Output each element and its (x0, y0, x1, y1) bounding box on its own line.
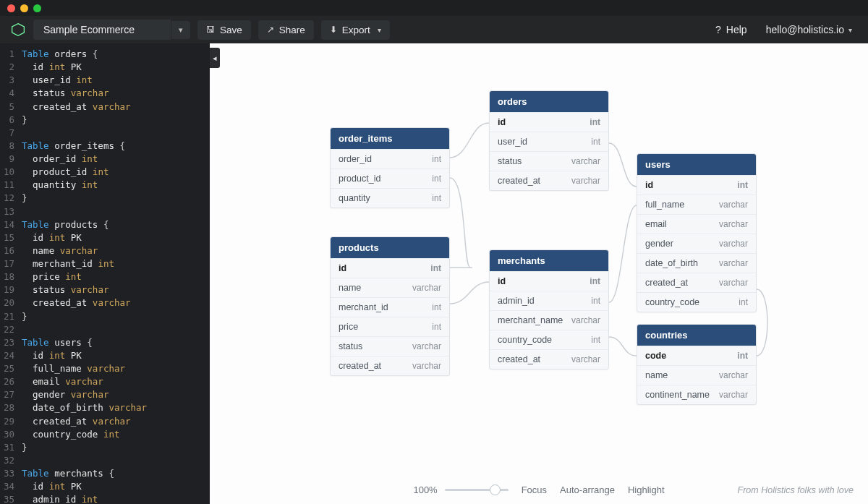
table-column[interactable]: continent_namevarchar (637, 385, 756, 404)
table-column[interactable]: order_idint (331, 149, 449, 168)
table-column[interactable]: created_atvarchar (637, 273, 756, 292)
code-line[interactable]: 11 quantity int (3, 179, 204, 192)
code-line[interactable]: 22 (3, 323, 204, 336)
chevron-down-icon[interactable]: ▾ (171, 21, 190, 39)
maximize-window-icon[interactable] (33, 4, 41, 12)
table-column[interactable]: statusvarchar (331, 336, 449, 356)
code-line[interactable]: 24 id int PK (3, 349, 204, 362)
code-line[interactable]: 23Table users { (3, 336, 204, 349)
code-editor[interactable]: 1Table orders {2 id int PK3 user_id int4… (0, 43, 210, 504)
table-countries[interactable]: countriescodeintnamevarcharcontinent_nam… (637, 324, 757, 405)
code-line[interactable]: 30 country_code int (3, 428, 204, 441)
table-users[interactable]: usersidintfull_namevarcharemailvarcharge… (637, 153, 757, 312)
collapse-editor-button[interactable]: ◂ (210, 48, 220, 68)
table-column[interactable]: idint (637, 175, 756, 195)
table-column[interactable]: created_atvarchar (490, 171, 608, 190)
table-column[interactable]: user_idint (490, 132, 608, 151)
table-column[interactable]: date_of_birthvarchar (637, 253, 756, 273)
minimize-window-icon[interactable] (20, 4, 28, 12)
table-header[interactable]: order_items (331, 128, 449, 149)
code-line[interactable]: 8Table order_items { (3, 140, 204, 153)
code-line[interactable]: 7 (3, 127, 204, 140)
code-line[interactable]: 27 gender varchar (3, 388, 204, 401)
table-column[interactable]: namevarchar (331, 278, 449, 297)
code-line[interactable]: 34 id int PK (3, 480, 204, 493)
table-column[interactable]: merchant_namevarchar (490, 310, 608, 330)
table-column[interactable]: admin_idint (490, 291, 608, 310)
close-window-icon[interactable] (7, 4, 15, 12)
table-column[interactable]: full_namevarchar (637, 195, 756, 214)
code-line[interactable]: 13 (3, 205, 204, 218)
table-column[interactable]: idint (490, 271, 608, 291)
table-header[interactable]: users (637, 154, 756, 175)
code-line[interactable]: 10 product_id int (3, 166, 204, 179)
line-number: 24 (3, 349, 22, 362)
table-column[interactable]: gendervarchar (637, 234, 756, 253)
table-column[interactable]: codeint (637, 346, 756, 365)
save-button[interactable]: 🖫 Save (197, 20, 251, 40)
code-line[interactable]: 1Table orders { (3, 48, 204, 61)
table-products[interactable]: productsidintnamevarcharmerchant_idintpr… (330, 236, 450, 376)
line-number: 9 (3, 153, 22, 166)
table-column[interactable]: priceint (331, 317, 449, 336)
slider-knob[interactable] (490, 484, 501, 495)
table-header[interactable]: orders (490, 91, 608, 112)
code-line[interactable]: 16 name varchar (3, 244, 204, 257)
code-line[interactable]: 2 id int PK (3, 61, 204, 74)
code-line[interactable]: 25 full_name varchar (3, 362, 204, 375)
code-line[interactable]: 26 email varchar (3, 375, 204, 388)
diagram-canvas[interactable]: order_itemsorder_idintproduct_idintquant… (210, 43, 868, 504)
code-line[interactable]: 31} (3, 441, 204, 454)
code-line[interactable]: 15 id int PK (3, 231, 204, 244)
focus-button[interactable]: Focus (522, 484, 547, 495)
code-line[interactable]: 21} (3, 310, 204, 323)
table-column[interactable]: country_codeint (490, 330, 608, 349)
table-column[interactable]: created_atvarchar (331, 356, 449, 375)
table-header[interactable]: products (331, 237, 449, 258)
share-button[interactable]: ↗ Share (258, 20, 314, 40)
table-column[interactable]: namevarchar (637, 365, 756, 385)
code-line[interactable]: 18 price int (3, 270, 204, 283)
table-column[interactable]: idint (331, 258, 449, 278)
code-line[interactable]: 5 created_at varchar (3, 101, 204, 114)
code-line[interactable]: 32 (3, 454, 204, 467)
table-column[interactable]: product_idint (331, 168, 449, 188)
table-header[interactable]: merchants (490, 250, 608, 271)
code-line[interactable]: 29 created_at varchar (3, 415, 204, 428)
table-orders[interactable]: ordersidintuser_idintstatusvarcharcreate… (489, 90, 609, 191)
code-line[interactable]: 35 admin_id int (3, 493, 204, 504)
user-menu[interactable]: hello@holistics.io ▾ (760, 21, 858, 38)
code-line[interactable]: 20 created_at varchar (3, 296, 204, 309)
code-line[interactable]: 19 status varchar (3, 283, 204, 296)
table-column[interactable]: idint (490, 112, 608, 132)
auto-arrange-button[interactable]: Auto-arrange (560, 484, 615, 495)
project-selector[interactable]: Sample Ecommerce ▾ (33, 20, 190, 40)
table-column[interactable]: created_atvarchar (490, 349, 608, 369)
line-number: 19 (3, 283, 22, 296)
project-name[interactable]: Sample Ecommerce (33, 20, 171, 40)
code-line[interactable]: 28 date_of_birth varchar (3, 401, 204, 414)
table-merchants[interactable]: merchantsidintadmin_idintmerchant_nameva… (489, 249, 609, 370)
table-column[interactable]: quantityint (331, 188, 449, 208)
highlight-button[interactable]: Highlight (628, 484, 665, 495)
code-line[interactable]: 33Table merchants { (3, 467, 204, 480)
code-line[interactable]: 9 order_id int (3, 153, 204, 166)
table-column[interactable]: statusvarchar (490, 151, 608, 171)
table-order_items[interactable]: order_itemsorder_idintproduct_idintquant… (330, 127, 450, 208)
column-name: created_at (498, 354, 540, 364)
table-column[interactable]: country_codeint (637, 292, 756, 312)
code-line[interactable]: 4 status varchar (3, 87, 204, 100)
column-type: varchar (571, 354, 600, 364)
export-button[interactable]: ⬇ Export ▾ (321, 20, 390, 40)
code-line[interactable]: 3 user_id int (3, 74, 204, 87)
zoom-slider[interactable] (445, 489, 509, 491)
code-line[interactable]: 6} (3, 114, 204, 127)
help-link[interactable]: ? Help (710, 21, 753, 38)
table-column[interactable]: merchant_idint (331, 297, 449, 317)
table-column[interactable]: emailvarchar (637, 214, 756, 234)
code-line[interactable]: 14Table products { (3, 218, 204, 231)
code-line[interactable]: 12} (3, 192, 204, 205)
table-header[interactable]: countries (637, 325, 756, 346)
code-line[interactable]: 17 merchant_id int (3, 257, 204, 270)
zoom-control[interactable]: 100% (413, 484, 508, 495)
